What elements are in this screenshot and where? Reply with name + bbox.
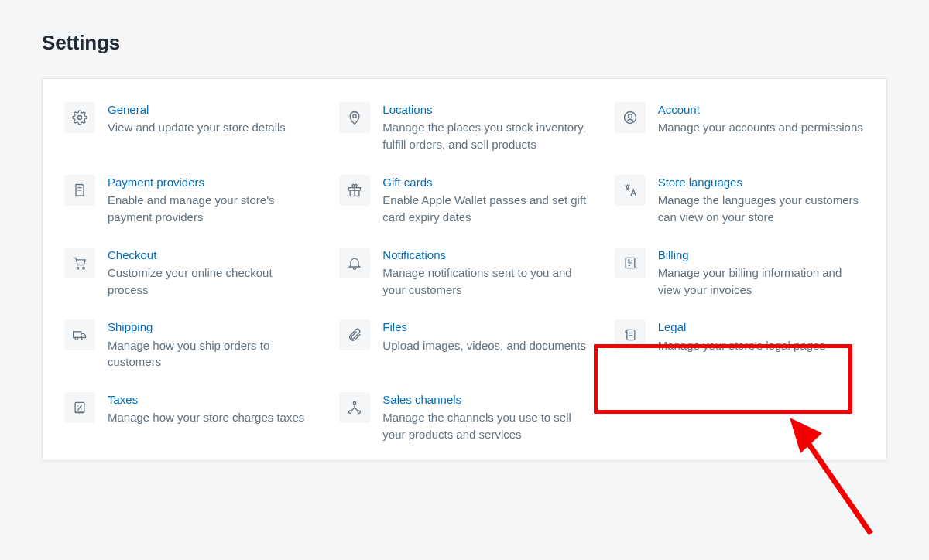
user-icon [615, 102, 646, 133]
settings-item-payment-providers[interactable]: Payment providersEnable and manage your … [64, 175, 314, 226]
settings-item-files[interactable]: FilesUpload images, videos, and document… [339, 319, 589, 370]
settings-grid: GeneralView and update your store detail… [64, 102, 865, 443]
settings-item-locations[interactable]: LocationsManage the places you stock inv… [339, 102, 589, 153]
settings-item-notifications[interactable]: NotificationsManage notifications sent t… [339, 248, 589, 299]
settings-item-checkout[interactable]: CheckoutCustomize your online checkout p… [64, 248, 314, 299]
settings-item-text: AccountManage your accounts and permissi… [658, 102, 865, 136]
channels-icon [339, 392, 370, 423]
svg-point-16 [358, 411, 360, 413]
settings-item-title[interactable]: Payment providers [108, 175, 314, 190]
settings-card: GeneralView and update your store detail… [42, 78, 887, 461]
settings-item-title[interactable]: Files [382, 319, 589, 335]
settings-item-desc: Manage how you ship orders to customers [108, 337, 314, 371]
svg-point-15 [349, 411, 351, 413]
svg-point-0 [78, 116, 82, 120]
cart-icon [64, 248, 95, 278]
settings-item-desc: Enable Apple Wallet passes and set gift … [382, 192, 589, 226]
gear-icon [64, 102, 95, 133]
settings-item-legal[interactable]: LegalManage your store's legal pages [615, 319, 865, 370]
svg-rect-10 [74, 332, 81, 338]
pin-icon [339, 102, 370, 133]
percent-icon [64, 392, 95, 423]
gift-icon [339, 175, 370, 206]
invoice-icon: $ [615, 248, 646, 278]
settings-item-desc: Manage your billing information and view… [658, 265, 865, 299]
settings-item-desc: Manage the places you stock inventory, f… [382, 119, 589, 153]
settings-item-billing[interactable]: $BillingManage your billing information … [615, 248, 865, 299]
settings-item-title[interactable]: Taxes [108, 392, 314, 408]
translate-icon [615, 175, 646, 206]
settings-item-desc: Upload images, videos, and documents [382, 337, 589, 354]
settings-item-title[interactable]: General [108, 102, 314, 118]
settings-item-text: TaxesManage how your store charges taxes [108, 392, 314, 426]
settings-item-title[interactable]: Store languages [658, 175, 865, 190]
settings-item-desc: View and update your store details [108, 119, 314, 136]
settings-item-store-languages[interactable]: Store languagesManage the languages your… [615, 175, 865, 226]
settings-item-sales-channels[interactable]: Sales channelsManage the channels you us… [339, 392, 589, 443]
svg-point-3 [628, 114, 632, 118]
svg-point-7 [83, 267, 85, 269]
settings-item-desc: Manage the languages your customers can … [658, 192, 865, 226]
receipt-icon [64, 175, 95, 206]
settings-item-text: Gift cardsEnable Apple Wallet passes and… [382, 175, 589, 226]
settings-item-account[interactable]: AccountManage your accounts and permissi… [615, 102, 865, 153]
settings-item-title[interactable]: Shipping [108, 319, 314, 335]
settings-item-text: Payment providersEnable and manage your … [108, 175, 314, 226]
settings-item-text: BillingManage your billing information a… [658, 248, 865, 299]
settings-item-desc: Manage your store's legal pages [658, 337, 865, 354]
settings-item-text: GeneralView and update your store detail… [108, 102, 314, 136]
settings-item-taxes[interactable]: TaxesManage how your store charges taxes [64, 392, 314, 443]
svg-point-1 [353, 114, 356, 118]
settings-item-gift-cards[interactable]: Gift cardsEnable Apple Wallet passes and… [339, 175, 589, 226]
settings-item-title[interactable]: Notifications [382, 248, 589, 263]
svg-text:$: $ [627, 258, 630, 263]
settings-item-text: FilesUpload images, videos, and document… [382, 319, 589, 353]
settings-item-desc: Manage the channels you use to sell your… [382, 409, 589, 443]
settings-item-text: Sales channelsManage the channels you us… [382, 392, 589, 443]
settings-item-title[interactable]: Billing [658, 248, 865, 263]
settings-item-title[interactable]: Checkout [108, 248, 314, 263]
settings-item-title[interactable]: Legal [658, 319, 865, 335]
settings-item-title[interactable]: Locations [382, 102, 589, 118]
svg-point-14 [354, 402, 356, 405]
settings-item-text: NotificationsManage notifications sent t… [382, 248, 589, 299]
svg-point-11 [75, 338, 77, 340]
clip-icon [339, 319, 370, 350]
settings-item-title[interactable]: Sales channels [382, 392, 589, 408]
settings-item-general[interactable]: GeneralView and update your store detail… [64, 102, 314, 153]
settings-item-desc: Manage notifications sent to you and you… [382, 265, 589, 299]
settings-item-shipping[interactable]: ShippingManage how you ship orders to cu… [64, 319, 314, 370]
svg-point-2 [624, 112, 636, 124]
svg-point-12 [82, 338, 84, 340]
truck-icon [64, 319, 95, 350]
settings-item-desc: Manage how your store charges taxes [108, 409, 314, 426]
settings-item-desc: Manage your accounts and permissions [658, 119, 865, 136]
settings-item-title[interactable]: Account [658, 102, 865, 118]
settings-item-text: LegalManage your store's legal pages [658, 319, 865, 353]
scroll-icon [615, 319, 646, 350]
settings-item-text: ShippingManage how you ship orders to cu… [108, 319, 314, 370]
settings-item-text: CheckoutCustomize your online checkout p… [108, 248, 314, 299]
settings-item-desc: Customize your online checkout process [108, 265, 314, 299]
settings-item-title[interactable]: Gift cards [382, 175, 589, 190]
settings-item-text: Store languagesManage the languages your… [658, 175, 865, 226]
settings-item-text: LocationsManage the places you stock inv… [382, 102, 589, 153]
settings-item-desc: Enable and manage your store's payment p… [108, 192, 314, 226]
page-title: Settings [42, 31, 887, 55]
bell-icon [339, 248, 370, 278]
svg-point-6 [77, 267, 79, 269]
